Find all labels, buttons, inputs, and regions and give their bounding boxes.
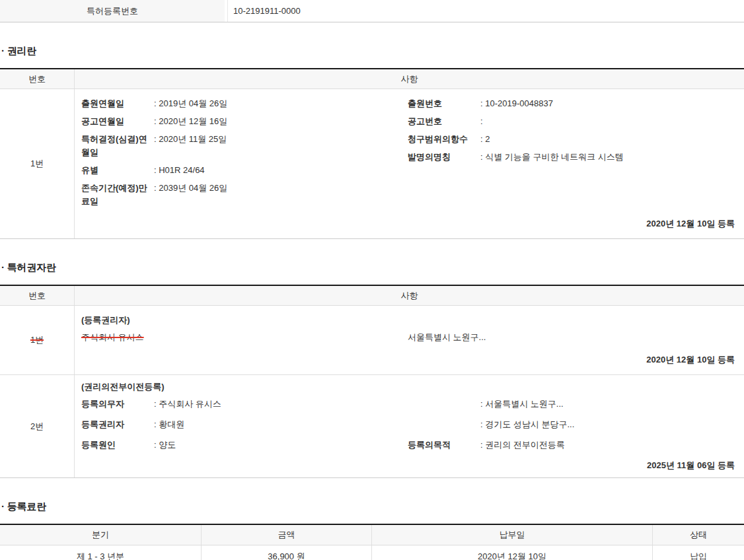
field-expiry-date: 존속기간(예정)만료일 : 2039년 04월 26일 xyxy=(81,182,408,208)
field-value: : 2 xyxy=(480,133,736,146)
transfer-line-obligor: 등록의무자 : 주식회사 유시스 : 서울특별시 노원구... xyxy=(81,398,736,411)
field-label: 등록원인 xyxy=(81,438,154,452)
registered-date: 2020년 12월 10일 등록 xyxy=(81,353,736,367)
rights-table: 번호 사항 1번 출원연월일 : 2019년 04월 26일 공고연월일 : 2… xyxy=(0,68,744,239)
field-value: : 주식회사 유시스 xyxy=(154,398,221,411)
row-number: 1번 xyxy=(0,89,75,238)
fee-header-payment-date: 납부일 xyxy=(372,525,653,545)
row-number-struck: 1번 xyxy=(0,306,75,374)
field-label: 등록의목적 xyxy=(408,438,480,452)
patent-number-label: 특허등록번호 xyxy=(0,0,225,22)
field-value: : 황대원 xyxy=(154,418,184,431)
field-invention-title: 발명의명칭 : 식별 기능을 구비한 네트워크 시스템 xyxy=(408,151,736,164)
field-value: : 2039년 04월 26일 xyxy=(154,182,408,208)
rights-table-header: 번호 사항 xyxy=(0,69,744,89)
field-label: 등록의무자 xyxy=(81,398,154,411)
fee-quarter: 제 1 - 3 년분 xyxy=(0,545,202,560)
field-label: 특허결정(심결)연월일 xyxy=(81,133,154,159)
field-application-date: 출원연월일 : 2019년 04월 26일 xyxy=(81,97,408,110)
holder-address: 서울특별시 노원구... xyxy=(408,331,486,344)
col-header-detail: 사항 xyxy=(75,286,744,305)
row-number: 2번 xyxy=(0,375,75,477)
holder-heading: (등록권리자) xyxy=(81,314,736,327)
field-application-number: 출원번호 : 10-2019-0048837 xyxy=(408,97,736,110)
rights-left-fields: 출원연월일 : 2019년 04월 26일 공고연월일 : 2020년 12월 … xyxy=(81,97,408,208)
field-publication-number: 공고번호 : xyxy=(408,115,736,128)
fee-header-status: 상태 xyxy=(653,525,744,545)
field-value: : 2020년 11월 25일 xyxy=(154,133,408,159)
fee-header-quarter: 분기 xyxy=(0,525,202,545)
col-header-no: 번호 xyxy=(0,69,75,88)
fees-table-header: 분기 금액 납부일 상태 xyxy=(0,525,744,545)
col-header-detail: 사항 xyxy=(75,69,744,88)
registered-date: 2020년 12월 10일 등록 xyxy=(81,217,736,230)
field-value: : xyxy=(480,115,736,128)
fee-status: 납입 xyxy=(653,545,744,560)
fees-table: 분기 금액 납부일 상태 제 1 - 3 년분 36,900 원 2020년 1… xyxy=(0,524,744,560)
field-value: : 2019년 04월 26일 xyxy=(154,97,408,110)
field-value: : 권리의 전부이전등록 xyxy=(480,438,565,452)
field-label: 존속기간(예정)만료일 xyxy=(81,182,154,208)
field-value: : H01R 24/64 xyxy=(154,164,408,177)
field-label: 발명의명칭 xyxy=(408,151,480,164)
fee-amount: 36,900 원 xyxy=(202,545,372,560)
holder-name-struck: 주식회사 유시스 xyxy=(81,331,408,344)
field-claim-count: 청구범위의항수 : 2 xyxy=(408,133,736,146)
holders-table: 번호 사항 1번 (등록권리자) 주식회사 유시스 서울특별시 노원구... 2… xyxy=(0,285,744,478)
rights-row: 1번 출원연월일 : 2019년 04월 26일 공고연월일 : 2020년 1… xyxy=(0,89,744,238)
section-title-fees: · 등록료란 xyxy=(1,501,744,513)
holders-table-header: 번호 사항 xyxy=(0,286,744,306)
holder-row-2-detail: (권리의전부이전등록) 등록의무자 : 주식회사 유시스 : 서울특별시 노원구… xyxy=(75,375,744,477)
transfer-line-holder: 등록권리자 : 황대원 : 경기도 성남시 분당구... xyxy=(81,418,736,431)
fee-payment-date: 2020년 12월 10일 xyxy=(372,545,653,560)
registered-date: 2025년 11월 06일 등록 xyxy=(81,459,736,472)
field-publication-date: 공고연월일 : 2020년 12월 16일 xyxy=(81,115,408,128)
transfer-heading: (권리의전부이전등록) xyxy=(81,380,736,394)
field-value: : 서울특별시 노원구... xyxy=(480,398,564,411)
field-value: : 10-2019-0048837 xyxy=(480,97,736,110)
fee-header-amount: 금액 xyxy=(202,525,372,545)
field-label: 등록권리자 xyxy=(81,418,154,431)
field-label: 청구범위의항수 xyxy=(408,133,480,146)
field-value: : 식별 기능을 구비한 네트워크 시스템 xyxy=(480,151,736,164)
rights-row-detail: 출원연월일 : 2019년 04월 26일 공고연월일 : 2020년 12월 … xyxy=(75,89,744,238)
field-label: 공고번호 xyxy=(408,115,480,128)
holder-row-1-detail: (등록권리자) 주식회사 유시스 서울특별시 노원구... 2020년 12월 … xyxy=(75,306,744,374)
patent-number-row: 특허등록번호 10-2191911-0000 xyxy=(0,0,744,22)
fee-row: 제 1 - 3 년분 36,900 원 2020년 12월 10일 납입 xyxy=(0,545,744,560)
field-classification: 유별 : H01R 24/64 xyxy=(81,164,408,177)
transfer-line-cause: 등록원인 : 양도 등록의목적 : 권리의 전부이전등록 xyxy=(81,438,736,452)
field-label: 유별 xyxy=(81,164,154,177)
holder-row-2: 2번 (권리의전부이전등록) 등록의무자 : 주식회사 유시스 : 서울특별시 … xyxy=(0,374,744,477)
field-decision-date: 특허결정(심결)연월일 : 2020년 11월 25일 xyxy=(81,133,408,159)
col-header-no: 번호 xyxy=(0,286,75,305)
rights-right-fields: 출원번호 : 10-2019-0048837 공고번호 : 청구범위의항수 : … xyxy=(408,97,736,208)
field-value: : 양도 xyxy=(154,438,176,452)
field-label xyxy=(408,398,480,411)
field-label xyxy=(408,418,480,431)
section-title-holders: · 특허권자란 xyxy=(1,262,744,274)
field-value: : 경기도 성남시 분당구... xyxy=(480,418,574,431)
section-title-rights: · 권리란 xyxy=(1,45,744,57)
field-label: 출원연월일 xyxy=(81,97,154,110)
patent-number-value: 10-2191911-0000 xyxy=(227,0,744,22)
holder-row-1: 1번 (등록권리자) 주식회사 유시스 서울특별시 노원구... 2020년 1… xyxy=(0,306,744,374)
field-value: : 2020년 12월 16일 xyxy=(154,115,408,128)
field-label: 공고연월일 xyxy=(81,115,154,128)
field-label: 출원번호 xyxy=(408,97,480,110)
